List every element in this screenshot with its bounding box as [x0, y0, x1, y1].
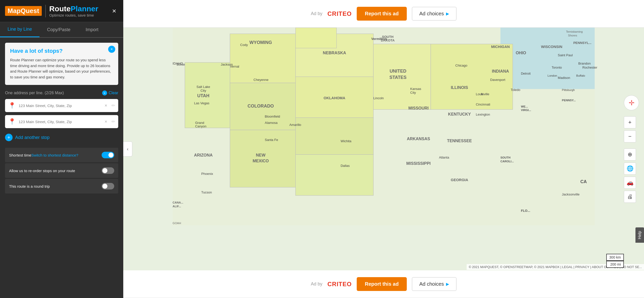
toggle-round-trip[interactable] — [102, 183, 114, 189]
svg-text:N: N — [481, 92, 483, 96]
svg-text:London: London — [548, 74, 557, 77]
svg-text:Shores: Shores — [568, 34, 577, 37]
option-label-round-trip: This route is a round trip — [9, 184, 50, 188]
shortest-time-text: Shortest time — [9, 153, 31, 157]
stop-row-1: 📍 × ✏ — [5, 99, 118, 112]
ad-choices-button-top[interactable]: Ad choices ▶ — [412, 7, 457, 21]
svg-text:CAROLI...: CAROLI... — [500, 160, 514, 163]
svg-text:WISCONSIN: WISCONSIN — [541, 45, 562, 49]
svg-text:Jacksonville: Jacksonville — [562, 192, 580, 196]
svg-text:UNITED: UNITED — [390, 69, 407, 74]
svg-text:TENNESSEE: TENNESSEE — [447, 138, 472, 143]
tabs-bar: Line by Line Copy/Paste Import — [0, 22, 123, 38]
svg-text:MISSOURI: MISSOURI — [408, 106, 429, 110]
svg-rect-12 — [431, 44, 513, 110]
svg-text:STATES: STATES — [389, 75, 407, 80]
ad-choices-button-bottom[interactable]: Ad choices ▶ — [412, 277, 457, 291]
stop-edit-2[interactable]: ✏ — [111, 119, 115, 124]
svg-text:OHIO: OHIO — [516, 51, 526, 55]
switch-to-distance-link[interactable]: Switch to shortest distance? — [31, 153, 78, 157]
logo-area: MapQuest RoutePlanner Optimize routes, s… — [5, 5, 110, 17]
clear-button[interactable]: × Clear — [102, 90, 118, 95]
toggle-knob-3 — [102, 184, 107, 189]
clear-icon: × — [102, 90, 107, 95]
panel-content: × Have a lot of stops? Route Planner can… — [0, 38, 123, 298]
address-label: One address per line. (2/26 Max) — [5, 91, 64, 95]
zoom-out-button[interactable]: − — [624, 130, 636, 142]
svg-text:Santa Fe: Santa Fe — [265, 138, 278, 142]
collapse-panel-button[interactable]: ‹ — [123, 141, 132, 157]
help-tab[interactable]: Help — [635, 227, 644, 243]
svg-text:Dallas: Dallas — [341, 164, 350, 168]
tab-import[interactable]: Import — [78, 22, 106, 37]
svg-text:INDIANA: INDIANA — [492, 69, 509, 73]
criteo-logo-bottom: CRITEO — [328, 281, 352, 288]
print-button[interactable]: 🖨 — [624, 191, 636, 203]
stop-edit-1[interactable]: ✏ — [111, 103, 115, 108]
scale-bar: 300 km 200 mi — [606, 254, 624, 268]
criteo-logo-top: CRITEO — [328, 10, 352, 17]
zoom-in-button[interactable]: + — [624, 116, 636, 128]
option-label-reorder: Allow us to re-order stops on your route — [9, 169, 75, 173]
ad-banner-top: Ad by CRITEO Report this ad Ad choices ▶ — [123, 0, 644, 28]
svg-text:Toronto: Toronto — [552, 66, 562, 69]
app-header: MapQuest RoutePlanner Optimize routes, s… — [0, 0, 123, 22]
svg-text:Vermillion: Vermillion — [371, 37, 387, 41]
option-row-shortest-time: Shortest timeSwitch to shortest distance… — [5, 148, 118, 162]
report-ad-button-bottom[interactable]: Report this ad — [357, 277, 407, 291]
svg-text:Madison: Madison — [558, 76, 570, 80]
scale-km: 300 km — [606, 254, 624, 261]
svg-text:Davenport: Davenport — [490, 78, 505, 82]
svg-text:MISSISSIPPI: MISSISSIPPI — [406, 161, 431, 166]
promo-close-button[interactable]: × — [108, 46, 115, 53]
add-stop-label: Add another stop — [15, 135, 50, 140]
clear-label: Clear — [109, 91, 118, 95]
svg-text:PENNSYL...: PENNSYL... — [573, 41, 591, 45]
map-svg[interactable]: WYOMING COLORADO UTAH NEW MEXICO ARIZONA… — [123, 28, 644, 270]
svg-text:WYOMING: WYOMING — [250, 40, 272, 45]
ad-choices-icon-bottom: ▶ — [446, 282, 449, 286]
svg-text:Las Vegas: Las Vegas — [194, 101, 210, 105]
svg-rect-1 — [500, 28, 595, 89]
rp-subtitle: Optimize routes, save time — [49, 13, 98, 17]
svg-text:GEORGIA: GEORGIA — [451, 178, 468, 182]
stop-input-1[interactable] — [19, 104, 100, 108]
svg-text:ARIZONA: ARIZONA — [194, 153, 213, 157]
compass-control[interactable]: ✛ — [624, 95, 639, 110]
toggle-reorder[interactable] — [102, 167, 114, 174]
header-divider — [45, 5, 46, 17]
svg-text:Salt Lake: Salt Lake — [196, 85, 210, 89]
stop-input-2[interactable] — [19, 120, 100, 124]
tab-line-by-line[interactable]: Line by Line — [0, 22, 39, 37]
svg-text:Cody: Cody — [240, 43, 248, 47]
svg-text:Grand: Grand — [195, 121, 204, 125]
svg-text:SOUTH: SOUTH — [500, 156, 510, 159]
location-button[interactable]: ⊕ — [624, 148, 636, 161]
close-button[interactable]: × — [110, 6, 118, 16]
svg-text:VIRGI...: VIRGI... — [521, 109, 531, 112]
svg-text:MEXICO: MEXICO — [253, 159, 269, 163]
tab-copy-paste[interactable]: Copy/Paste — [39, 22, 78, 37]
svg-text:ALIF...: ALIF... — [173, 205, 181, 208]
svg-text:FLO...: FLO... — [521, 209, 530, 213]
svg-text:UTAH: UTAH — [197, 93, 209, 98]
toggle-shortest-time[interactable] — [102, 152, 114, 158]
svg-text:IDAHO: IDAHO — [173, 62, 183, 65]
stop-pin-2: 📍 — [8, 118, 16, 126]
svg-text:Amarillo: Amarillo — [289, 123, 301, 127]
route-word: Route — [49, 5, 71, 13]
stop-pin-1: 📍 — [8, 102, 16, 110]
stop-remove-1[interactable]: × — [103, 103, 109, 109]
traffic-button[interactable]: 🚗 — [624, 177, 636, 189]
svg-rect-8 — [296, 118, 374, 155]
report-ad-button-top[interactable]: Report this ad — [357, 7, 407, 21]
svg-text:Jackson: Jackson — [221, 63, 233, 66]
rp-main-title: RoutePlanner — [49, 5, 98, 13]
globe-button[interactable]: 🌐 — [624, 163, 636, 175]
svg-text:CANA...: CANA... — [173, 201, 183, 204]
add-stop-button[interactable]: + Add another stop — [5, 131, 50, 144]
ad-by-bottom: Ad by — [311, 281, 323, 287]
ad-choices-label-bottom: Ad choices — [419, 281, 444, 287]
svg-text:Wichita: Wichita — [341, 139, 351, 143]
stop-remove-2[interactable]: × — [103, 119, 109, 125]
